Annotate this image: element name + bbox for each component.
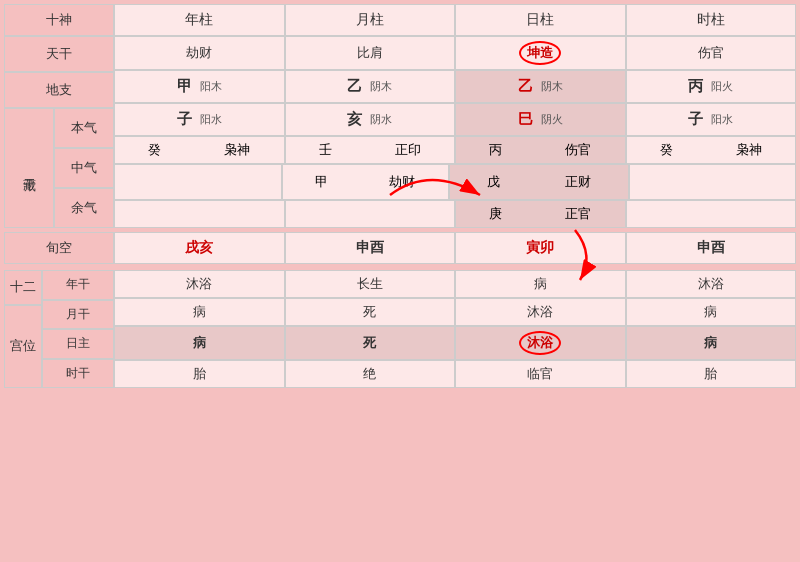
br3-3: 胎 [626, 360, 797, 388]
label-tiangan: 天干 [4, 36, 114, 72]
benqi-right-1: 正印 [395, 141, 421, 159]
bottom-row-0: 沐浴 长生 病 沐浴 [114, 270, 796, 298]
dz-char-3: 子 [688, 110, 703, 129]
benqi-left-2: 丙 [489, 141, 502, 159]
benqi-2: 丙 伤官 [455, 136, 626, 164]
label-yuqi: 余气 [54, 188, 114, 228]
tg-desc-0: 阳木 [200, 79, 222, 94]
shishen-2: 坤造 [455, 36, 626, 70]
right-grid: 年柱 月柱 日柱 时柱 劫财 比肩 坤造 伤官 甲 阳木 [114, 4, 796, 228]
shishen-row: 劫财 比肩 坤造 伤官 [114, 36, 796, 70]
bottom-right-grid: 沐浴 长生 病 沐浴 病 死 沐浴 病 病 死 沐浴 病 [114, 270, 796, 388]
label-zhongqi: 中气 [54, 148, 114, 188]
xunkong-cells: 戌亥 申酉 寅卯 申酉 [114, 232, 796, 264]
yuqi-row: 庚 正官 [114, 200, 796, 228]
zhongqi-left-2a: 戊 [487, 173, 500, 191]
br1-2: 沐浴 [455, 298, 626, 326]
zhongqi-row: 甲 劫财 戊 正财 [114, 164, 796, 200]
header-nianzhu: 年柱 [114, 4, 285, 36]
zhongqi-0 [114, 164, 282, 200]
benqi-row: 癸 枭神 壬 正印 丙 伤官 癸 枭神 [114, 136, 796, 164]
rizhu-label: 日主 [42, 329, 114, 359]
bottom-left-labels: 十二 宫位 年干 月干 日主 时干 [4, 270, 114, 388]
zhongqi-2: 戊 正财 [449, 164, 629, 200]
label-shishen: 十神 [4, 4, 114, 36]
br2-3: 病 [626, 326, 797, 360]
xunkong-1: 申酉 [285, 232, 456, 264]
dz-desc-0: 阳水 [200, 112, 222, 127]
main-container: 十神 天干 地支 藏干 本气 中气 余气 年柱 月柱 日柱 时柱 [0, 0, 800, 562]
benqi-right-2: 伤官 [565, 141, 591, 159]
br0-1: 长生 [285, 270, 456, 298]
benqi-0: 癸 枭神 [114, 136, 285, 164]
tiangan-row: 甲 阳木 乙 阴木 乙 阴木 丙 阳火 [114, 70, 796, 103]
br3-1: 绝 [285, 360, 456, 388]
dz-desc-2: 阴火 [541, 112, 563, 127]
bottom-row-1: 病 死 沐浴 病 [114, 298, 796, 326]
dz-char-1: 亥 [347, 110, 362, 129]
br0-0: 沐浴 [114, 270, 285, 298]
bottom-row-2: 病 死 沐浴 病 [114, 326, 796, 360]
shishen-3: 伤官 [626, 36, 797, 70]
br1-1: 死 [285, 298, 456, 326]
benqi-left-3: 癸 [660, 141, 673, 159]
tg-2: 乙 阴木 [455, 70, 626, 103]
bottom-row-3: 胎 绝 临官 胎 [114, 360, 796, 388]
zhongqi-1: 甲 劫财 [282, 164, 450, 200]
br2-2-circled: 沐浴 [519, 331, 561, 355]
tg-0: 甲 阳木 [114, 70, 285, 103]
xunkong-3: 申酉 [626, 232, 797, 264]
zhongqi-3 [629, 164, 797, 200]
top-section: 十神 天干 地支 藏干 本气 中气 余气 年柱 月柱 日柱 时柱 [4, 4, 796, 228]
yuqi-1 [285, 200, 456, 228]
yuergan-label: 月干 [42, 300, 114, 330]
br1-0: 病 [114, 298, 285, 326]
tg-1: 乙 阴木 [285, 70, 456, 103]
yuqi-left-2: 庚 [489, 205, 502, 223]
dz-char-0: 子 [177, 110, 192, 129]
benqi-left-0: 癸 [148, 141, 161, 159]
tg-char-0: 甲 [177, 77, 192, 96]
dizhi-row: 子 阳水 亥 阴水 巳 阴火 子 阳水 [114, 103, 796, 136]
tg-desc-1: 阴木 [370, 79, 392, 94]
benqi-1: 壬 正印 [285, 136, 456, 164]
xunkong-label: 旬空 [4, 232, 114, 264]
label-zanggan: 藏干 [4, 108, 54, 228]
benqi-right-3: 枭神 [736, 141, 762, 159]
zhongqi-right-2a: 正财 [565, 173, 591, 191]
yuqi-2: 庚 正官 [455, 200, 626, 228]
bottom-section: 十二 宫位 年干 月干 日主 时干 沐浴 长生 病 沐浴 病 [4, 270, 796, 388]
benqi-right-0: 枭神 [224, 141, 250, 159]
label-benqi: 本气 [54, 108, 114, 148]
zhongqi-right-1: 劫财 [389, 173, 415, 191]
shigan-label: 时干 [42, 359, 114, 389]
niangan-label: 年干 [42, 270, 114, 300]
header-row: 年柱 月柱 日柱 时柱 [114, 4, 796, 36]
tg-char-2: 乙 [518, 77, 533, 96]
br2-2: 沐浴 [455, 326, 626, 360]
header-rizhu: 日柱 [455, 4, 626, 36]
left-labels: 十神 天干 地支 藏干 本气 中气 余气 [4, 4, 114, 228]
shishen-1: 比肩 [285, 36, 456, 70]
benqi-left-1: 壬 [319, 141, 332, 159]
xunkong-2: 寅卯 [455, 232, 626, 264]
gongwei-label: 宫位 [4, 305, 42, 389]
dz-desc-1: 阴水 [370, 112, 392, 127]
dz-char-2: 巳 [518, 110, 533, 129]
dz-3: 子 阳水 [626, 103, 797, 136]
br3-0: 胎 [114, 360, 285, 388]
benqi-3: 癸 枭神 [626, 136, 797, 164]
yuqi-0 [114, 200, 285, 228]
tg-char-1: 乙 [347, 77, 362, 96]
yuqi-right-2: 正官 [565, 205, 591, 223]
br0-3: 沐浴 [626, 270, 797, 298]
tg-3: 丙 阳火 [626, 70, 797, 103]
dz-1: 亥 阴水 [285, 103, 456, 136]
xunkong-row: 旬空 戌亥 申酉 寅卯 申酉 [4, 232, 796, 264]
tg-char-3: 丙 [688, 77, 703, 96]
yuqi-3 [626, 200, 797, 228]
dz-desc-3: 阳水 [711, 112, 733, 127]
shishen-2-circled: 坤造 [519, 41, 561, 65]
br3-2: 临官 [455, 360, 626, 388]
xunkong-0: 戌亥 [114, 232, 285, 264]
